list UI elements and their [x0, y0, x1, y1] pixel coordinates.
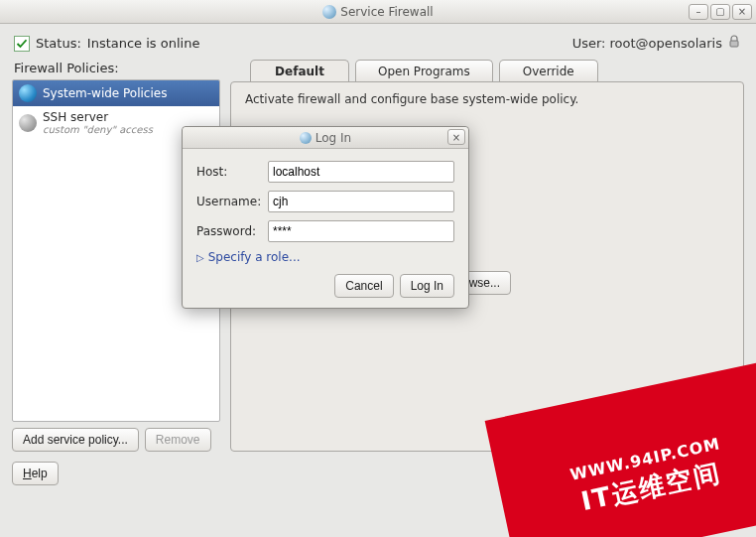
dialog-title: Log In	[315, 131, 351, 145]
status-label: Status:	[36, 36, 81, 51]
host-input[interactable]	[268, 161, 454, 183]
maximize-button[interactable]: ▢	[710, 4, 730, 20]
dialog-close-button[interactable]: ×	[447, 129, 465, 145]
lock-icon[interactable]	[726, 34, 742, 53]
username-input[interactable]	[268, 191, 454, 212]
svg-rect-0	[730, 41, 738, 47]
window-titlebar: Service Firewall – ▢ ×	[0, 0, 756, 24]
tab-bar: Default Open Programs Override	[230, 59, 744, 81]
minimize-button[interactable]: –	[689, 4, 708, 20]
password-input[interactable]	[268, 220, 454, 242]
add-service-policy-button[interactable]: Add service policy...	[12, 428, 139, 452]
help-button[interactable]: Help	[12, 462, 59, 485]
username-label: Username:	[196, 195, 268, 208]
cancel-button[interactable]: Cancel	[334, 274, 393, 298]
password-label: Password:	[196, 224, 268, 238]
panel-description: Activate firewall and configure base sys…	[245, 92, 729, 106]
gear-icon	[19, 114, 37, 132]
remove-policy-button: Remove	[145, 428, 211, 452]
window-title: Service Firewall	[340, 5, 433, 19]
policies-heading: Firewall Policies:	[14, 61, 220, 75]
login-button[interactable]: Log In	[400, 274, 454, 298]
user-value: root@opensolaris	[609, 36, 722, 51]
user-label: User:	[572, 36, 606, 51]
login-dialog: Log In × Host: Username: Password: ▷ Spe…	[182, 126, 469, 309]
close-button[interactable]: ×	[732, 4, 752, 20]
policy-label: SSH server	[43, 110, 153, 124]
policy-system-wide[interactable]: System-wide Policies	[13, 80, 219, 106]
specify-role-label: Specify a role...	[208, 250, 301, 264]
policy-sublabel: custom "deny" access	[43, 124, 153, 135]
app-icon	[322, 5, 336, 19]
status-bar: Status: Instance is online User: root@op…	[0, 24, 756, 59]
specify-role-expander[interactable]: ▷ Specify a role...	[196, 250, 454, 264]
tab-override[interactable]: Override	[499, 60, 598, 82]
globe-icon	[19, 84, 37, 102]
host-label: Host:	[196, 165, 268, 179]
tab-open-programs[interactable]: Open Programs	[355, 60, 493, 82]
tab-default[interactable]: Default	[250, 60, 349, 82]
status-text: Instance is online	[87, 36, 200, 51]
triangle-right-icon: ▷	[196, 252, 204, 263]
dialog-titlebar: Log In ×	[183, 127, 468, 149]
status-ok-icon	[14, 36, 30, 52]
policy-label: System-wide Policies	[43, 86, 167, 100]
dialog-icon	[300, 132, 312, 144]
